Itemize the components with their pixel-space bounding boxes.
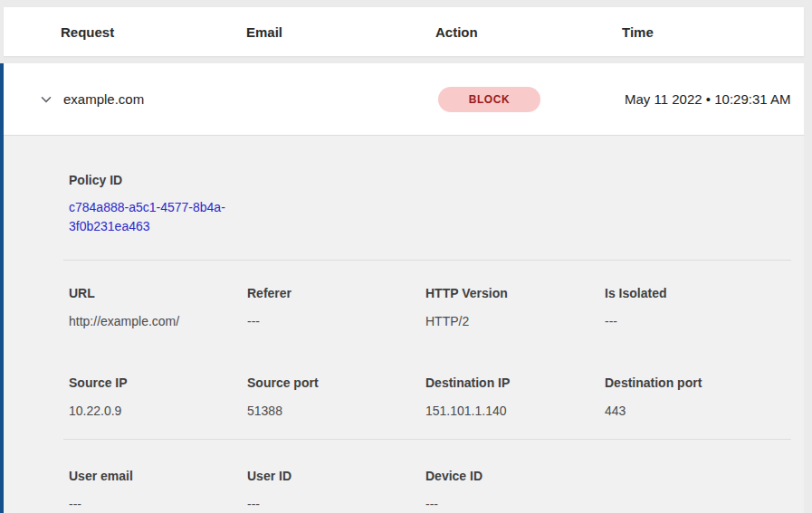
- field-destination-ip: Destination IP 151.101.1.140: [425, 375, 605, 421]
- field-label: Referer: [247, 286, 425, 301]
- detail-section-http: URL http://example.com/ Referer --- HTTP…: [4, 286, 804, 331]
- row-detail-panel: Policy ID c784a888-a5c1-4577-8b4a-3f0b23…: [4, 136, 804, 513]
- field-label: User email: [69, 469, 247, 484]
- field-label: URL: [69, 286, 247, 301]
- field-value: 10.22.0.9: [69, 402, 247, 421]
- field-value: ---: [425, 495, 605, 513]
- field-label: Source IP: [69, 375, 247, 391]
- expanded-row-container: example.com BLOCK May 11 2022 • 10:29:31…: [0, 63, 804, 513]
- field-value: HTTP/2: [425, 312, 605, 331]
- field-label: Device ID: [425, 469, 605, 484]
- divider: [63, 260, 791, 261]
- field-label: Destination port: [605, 375, 804, 391]
- field-label: Is Isolated: [605, 286, 804, 301]
- field-value: http://example.com/: [69, 312, 247, 331]
- field-destination-port: Destination port 443: [605, 375, 804, 421]
- field-value: 151.101.1.140: [425, 402, 605, 421]
- time-cell: May 11 2022 • 10:29:31 AM: [625, 89, 802, 110]
- divider: [63, 439, 791, 440]
- field-label: HTTP Version: [425, 286, 605, 301]
- field-http-version: HTTP Version HTTP/2: [425, 286, 605, 331]
- field-value: ---: [247, 312, 425, 331]
- field-value: 443: [605, 402, 804, 421]
- column-header-action: Action: [435, 24, 622, 40]
- field-value: 51388: [247, 402, 425, 421]
- field-is-isolated: Is Isolated ---: [605, 286, 804, 331]
- request-cell: example.com: [63, 91, 249, 107]
- field-label: User ID: [247, 469, 425, 484]
- policy-id-link[interactable]: c784a888-a5c1-4577-8b4a-3f0b231ea463: [69, 198, 252, 236]
- field-value: ---: [605, 312, 804, 331]
- block-status-badge: BLOCK: [438, 87, 540, 112]
- column-header-request: Request: [61, 24, 246, 40]
- field-label: Destination IP: [425, 375, 605, 391]
- field-empty: [605, 469, 804, 513]
- table-header: Request Email Action Time: [4, 7, 804, 56]
- field-value: ---: [69, 495, 247, 513]
- column-header-time: Time: [622, 24, 804, 40]
- field-device-id: Device ID ---: [425, 469, 605, 513]
- field-user-email: User email ---: [69, 469, 247, 513]
- detail-section-user: User email --- User ID --- Device ID ---: [4, 469, 804, 513]
- column-header-email: Email: [246, 24, 435, 40]
- field-url: URL http://example.com/: [69, 286, 247, 331]
- field-label: Source port: [247, 375, 425, 391]
- field-source-ip: Source IP 10.22.0.9: [69, 375, 247, 421]
- policy-id-label: Policy ID: [69, 173, 804, 188]
- field-referer: Referer ---: [247, 286, 425, 331]
- action-cell: BLOCK: [438, 87, 625, 112]
- detail-section-network: Source IP 10.22.0.9 Source port 51388 De…: [4, 375, 804, 421]
- field-source-port: Source port 51388: [247, 375, 425, 421]
- chevron-down-icon[interactable]: [38, 91, 54, 108]
- field-value: ---: [247, 495, 425, 513]
- table-row[interactable]: example.com BLOCK May 11 2022 • 10:29:31…: [4, 63, 804, 136]
- policy-id-block: Policy ID c784a888-a5c1-4577-8b4a-3f0b23…: [4, 173, 804, 236]
- field-user-id: User ID ---: [247, 469, 425, 513]
